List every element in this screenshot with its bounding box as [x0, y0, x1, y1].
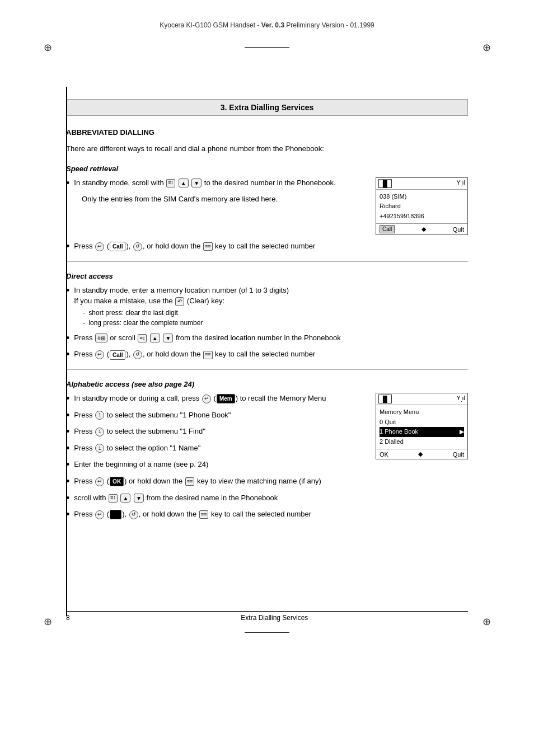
mem-key: ↩	[202, 395, 211, 403]
bullet-item: • In standby mode, scroll with ≡↕ ▲ ▼ to…	[66, 177, 364, 190]
da-bullet2: • Press #⊞ or scroll ≡↕ ▲ ▼ from the des…	[66, 332, 468, 345]
phone-content-1: 038 (SIM) Richard +492159918396	[376, 190, 467, 224]
bullet-text: Press ↩ (Call), ↺, or hold down the ≡≡ k…	[74, 349, 315, 360]
call-key-8: ↩	[95, 510, 104, 519]
phone-line3: +492159918396	[380, 212, 464, 222]
phone-display-1: ▐▌ Y.ıl 038 (SIM) Richard +492159918396 …	[376, 177, 468, 236]
signal-icon: Y.ıl	[457, 179, 465, 187]
alt-key-3: ↺	[133, 350, 142, 359]
phone-line0: Memory Menu	[380, 407, 464, 417]
battery-icon-2: ▐▌	[378, 395, 392, 403]
crosshair-top-right: ⊕	[481, 42, 492, 53]
section-title-box: 3. Extra Dialling Services	[66, 99, 468, 116]
call-label: Call	[110, 242, 125, 251]
crosshair-bottom-right: ⊕	[481, 616, 492, 627]
call-label-8	[110, 510, 121, 519]
arrow-down-icon: ▼	[191, 179, 202, 187]
battery-icon: ▐▌	[378, 179, 392, 188]
crosshair-top-left: ⊕	[42, 42, 53, 53]
hline-bottom	[245, 632, 289, 633]
direct-access-title: Direct access	[66, 272, 468, 280]
sub-dash: -	[83, 318, 85, 328]
alpha-bullet7: • scroll with ≡↕ ▲ ▼ from the desired na…	[66, 492, 364, 505]
alphabetic-section: • In standby mode or during a call, pres…	[66, 393, 468, 525]
page-footer: 8 Extra Dialling Services	[66, 611, 468, 622]
mem-label: Mem	[217, 394, 235, 403]
alphabetic-title: Alphabetic access (see also page 24)	[66, 380, 468, 388]
scroll-key-icon: ≡↕	[166, 179, 175, 187]
page-header: Kyocera KI-G100 GSM Handset - Ver. 0.3 P…	[0, 0, 534, 35]
softkey2-mid: ◆	[418, 450, 423, 458]
hold-key-6: ≡≡	[185, 477, 195, 486]
key-1a: 1	[95, 411, 104, 420]
speed-note: Only the entries from the SIM Card's mem…	[82, 194, 364, 205]
sub-bullets: - short press: clear the last digit - lo…	[83, 308, 289, 328]
sub-dash: -	[83, 308, 85, 318]
bullet-text: In standby mode, scroll with ≡↕ ▲ ▼ to t…	[74, 177, 335, 189]
bullet-text: Press 1 to select the option "1 Name"	[74, 443, 200, 454]
sub-text-2: long press: clear the complete number	[88, 318, 203, 328]
bullet-text: Press ↩ ( ), ↺, or hold down the ≡≡ key …	[74, 509, 311, 520]
signal-icon-2: Y.ıl	[457, 395, 465, 403]
alpha-bullet8: • Press ↩ ( ), ↺, or hold down the ≡≡ ke…	[66, 509, 364, 521]
bullet-text: Press ↩ (Call), ↺, or hold down the ≡≡ k…	[74, 241, 315, 252]
phone-d2-line1: 0 Quit	[380, 417, 464, 428]
hold-key-3: ≡≡	[203, 351, 213, 359]
section-divider-1	[66, 261, 468, 262]
arrow-down-7: ▼	[134, 494, 144, 503]
phone-softkeys-2: OK ◆ Quit	[376, 449, 467, 459]
bullet-text: In standby mode or during a call, press …	[74, 393, 326, 404]
page: Kyocera KI-G100 GSM Handset - Ver. 0.3 P…	[0, 0, 534, 756]
clear-key-icon: ↶	[175, 297, 184, 306]
alpha-bullet5: • Enter the beginning of a name (see p. …	[66, 459, 364, 471]
header-text: Kyocera KI-G100 GSM Handset - Ver. 0.3 P…	[160, 21, 374, 29]
ok-key: ↩	[95, 477, 104, 486]
bullet-text: scroll with ≡↕ ▲ ▼ from the desired name…	[74, 492, 278, 504]
bullet-text: Press 1 to select the submenu "1 Find"	[74, 426, 205, 437]
softkey2-left: OK	[380, 451, 388, 458]
softkey-mid: ◆	[421, 226, 426, 233]
speed-retrieval-section: • In standby mode, scroll with ≡↕ ▲ ▼ to…	[66, 177, 468, 236]
softkey2-right: Quit	[453, 451, 464, 458]
phone-d2-line3: 2 Dialled	[380, 437, 464, 447]
speed-retrieval-left: • In standby mode, scroll with ≡↕ ▲ ▼ to…	[66, 177, 376, 209]
sub-text-1: short press: clear the last digit	[88, 308, 177, 318]
bullet-text: In standby mode, enter a memory location…	[74, 285, 289, 328]
arrow-right-icon: ▶	[460, 427, 464, 437]
left-vertical-bar	[66, 87, 67, 616]
footer-page-num: 8	[66, 614, 70, 622]
alt-key: ↺	[133, 242, 142, 251]
speed-retrieval-title: Speed retrieval	[66, 165, 468, 173]
key-1c: 1	[95, 444, 104, 453]
main-content: 3. Extra Dialling Services ABBREVIATED D…	[66, 35, 468, 525]
bullet-text: Press ↩ (OK) or hold down the ≡≡ key to …	[74, 476, 321, 487]
arrow-up-7: ▲	[120, 494, 130, 503]
footer-title: Extra Dialling Services	[81, 614, 468, 622]
key-1b: 1	[95, 428, 104, 436]
intro-text: There are different ways to recall and d…	[66, 143, 468, 154]
section-title: 3. Extra Dialling Services	[221, 103, 314, 112]
speed-bullet2: • Press ↩ (Call), ↺, or hold down the ≡≡…	[66, 241, 468, 253]
hold-key-8: ≡≡	[199, 510, 209, 519]
arrow-down-2: ▼	[163, 334, 173, 342]
arrow-up-icon: ▲	[179, 179, 189, 187]
crosshair-bottom-left: ⊕	[42, 616, 53, 627]
softkey-quit: Quit	[453, 226, 464, 233]
sub-bullet-2: - long press: clear the complete number	[83, 318, 289, 328]
da-bullet1: • In standby mode, enter a memory locati…	[66, 285, 468, 328]
ok-label: OK	[110, 477, 124, 486]
hold-key-icon: ≡≡	[203, 242, 213, 251]
da-bullet3: • Press ↩ (Call), ↺, or hold down the ≡≡…	[66, 349, 468, 361]
phone-d2-line2-selected: 1 Phone Book ▶	[380, 427, 464, 437]
bullet-text: Enter the beginning of a name (see p. 24…	[74, 459, 208, 470]
call-label-3: Call	[110, 350, 125, 360]
scroll-icon-2: ≡↕	[138, 334, 147, 342]
alpha-bullet3: • Press 1 to select the submenu "1 Find"	[66, 426, 364, 438]
hash-key: #⊞	[95, 334, 107, 342]
bullet-text: Press 1 to select the submenu "1 Phone B…	[74, 410, 231, 421]
phone-softkeys-1: Call ◆ Quit	[376, 223, 467, 234]
scroll-icon-7: ≡↕	[109, 494, 118, 503]
sub-bullet-1: - short press: clear the last digit	[83, 308, 289, 318]
bullet-text: Press #⊞ or scroll ≡↕ ▲ ▼ from the desir…	[74, 332, 340, 344]
alt-key-8: ↺	[129, 510, 138, 519]
